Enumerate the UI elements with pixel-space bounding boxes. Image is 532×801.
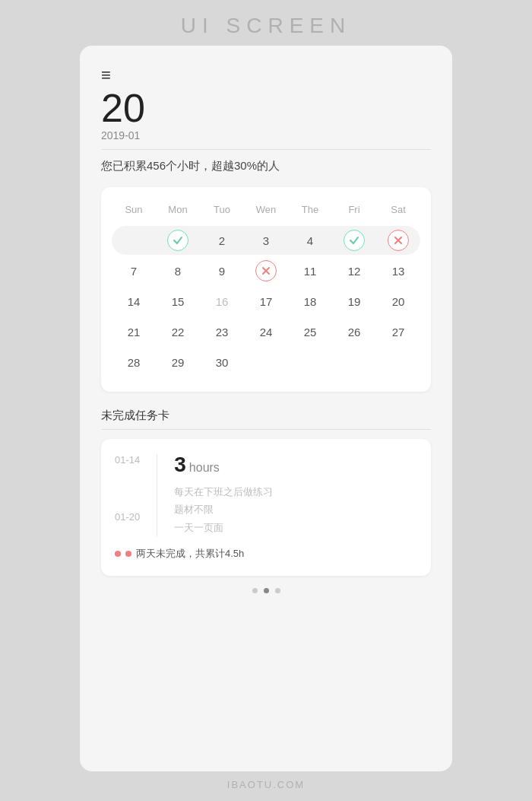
calendar: SunMonTuoWenTheFriSat 234789111213141516… — [101, 187, 431, 392]
task-timeline-line — [157, 454, 157, 536]
cal-cell[interactable]: 19 — [332, 287, 376, 316]
task-desc-line: 每天在下班之后做练习 — [174, 483, 417, 501]
cal-header-cell: Tuo — [200, 201, 244, 218]
cal-cell[interactable]: 24 — [244, 317, 288, 346]
cal-cell[interactable]: 2 — [200, 226, 244, 255]
cal-header-cell: Mon — [156, 201, 200, 218]
task-dates: 01-14 01-20 — [115, 454, 140, 523]
cal-cell[interactable]: 22 — [156, 317, 200, 346]
year-month: 2019-01 — [101, 129, 431, 141]
cal-cell[interactable]: 27 — [376, 317, 420, 346]
cal-week-row: 21222324252627 — [112, 317, 420, 346]
cal-cell[interactable]: 23 — [200, 317, 244, 346]
cal-cell[interactable] — [332, 348, 376, 377]
task-content: 3hours 每天在下班之后做练习题材不限一天一页面 — [174, 454, 417, 536]
task-description: 每天在下班之后做练习题材不限一天一页面 — [174, 483, 417, 536]
cal-cell[interactable]: 28 — [112, 348, 156, 377]
cal-cell[interactable] — [376, 226, 420, 255]
task-hours: 3hours — [174, 454, 417, 475]
task-desc-line: 题材不限 — [174, 501, 417, 518]
cal-cell[interactable] — [112, 226, 156, 255]
phone-card: ≡ 20 2019-01 您已积累456个小时，超越30%的人 SunMonTu… — [80, 46, 452, 771]
cal-week-row: 14151617181920 — [112, 287, 420, 316]
cal-header-cell: Sun — [112, 201, 156, 218]
cal-week-row: 282930 — [112, 348, 420, 377]
cal-cell[interactable]: 8 — [156, 256, 200, 285]
cal-cell[interactable]: 18 — [288, 287, 332, 316]
cal-cell[interactable]: 3 — [244, 226, 288, 255]
cal-cell[interactable] — [156, 226, 200, 255]
task-card: 01-14 01-20 3hours 每天在下班之后做练习题材不限一天一页面 两… — [101, 439, 431, 576]
dot-red-2 — [125, 551, 131, 557]
task-desc-line: 一天一页面 — [174, 519, 417, 536]
day-number: 20 — [101, 88, 431, 128]
cal-cell[interactable] — [288, 348, 332, 377]
pagination-dot[interactable] — [264, 588, 269, 593]
cal-cell[interactable]: 9 — [200, 256, 244, 285]
dot-red-1 — [115, 551, 121, 557]
cal-header-cell: Sat — [376, 201, 420, 218]
cal-cell[interactable]: 13 — [376, 256, 420, 285]
bottom-label: IBAOTU.COM — [227, 779, 305, 790]
header-divider — [101, 149, 431, 150]
menu-icon[interactable]: ≡ — [101, 67, 431, 84]
task-hours-number: 3 — [174, 453, 186, 476]
cal-cell[interactable]: 26 — [332, 317, 376, 346]
cal-header-cell: The — [288, 201, 332, 218]
cal-cell[interactable] — [376, 348, 420, 377]
task-date-start: 01-14 — [115, 454, 140, 466]
cal-cell[interactable]: 21 — [112, 317, 156, 346]
task-footer: 两天未完成，共累计4.5h — [115, 544, 417, 561]
pagination-dots — [101, 588, 431, 593]
cal-header-cell: Wen — [244, 201, 288, 218]
cal-cell[interactable] — [244, 256, 288, 285]
cal-cell[interactable]: 25 — [288, 317, 332, 346]
section-title: 未完成任务卡 — [101, 408, 431, 423]
cal-cell[interactable] — [244, 348, 288, 377]
task-footer-text: 两天未完成，共累计4.5h — [136, 547, 244, 561]
cal-cell[interactable]: 17 — [244, 287, 288, 316]
task-hours-unit: hours — [189, 461, 220, 474]
task-top: 01-14 01-20 3hours 每天在下班之后做练习题材不限一天一页面 — [115, 454, 417, 536]
cal-header-cell: Fri — [332, 201, 376, 218]
pagination-dot[interactable] — [275, 588, 280, 593]
cal-cell[interactable]: 14 — [112, 287, 156, 316]
calendar-header: SunMonTuoWenTheFriSat — [112, 201, 420, 218]
cal-cell[interactable]: 15 — [156, 287, 200, 316]
cal-cell[interactable] — [332, 226, 376, 255]
cal-cell[interactable]: 20 — [376, 287, 420, 316]
cal-cell[interactable]: 29 — [156, 348, 200, 377]
pagination-dot[interactable] — [252, 588, 258, 593]
cal-cell[interactable]: 7 — [112, 256, 156, 285]
task-date-end: 01-20 — [115, 511, 140, 523]
cal-week-row: 234 — [112, 226, 420, 255]
cal-week-row: 789111213 — [112, 256, 420, 285]
stats-text: 您已积累456个小时，超越30%的人 — [101, 159, 431, 173]
cal-cell[interactable]: 12 — [332, 256, 376, 285]
cal-cell[interactable]: 16 — [200, 287, 244, 316]
cal-cell[interactable]: 11 — [288, 256, 332, 285]
screen-title-label: UI SCREEN — [181, 14, 351, 38]
cal-cell[interactable]: 30 — [200, 348, 244, 377]
cal-cell[interactable]: 4 — [288, 226, 332, 255]
section-divider — [101, 429, 431, 430]
calendar-body: 2347891112131415161718192021222324252627… — [112, 226, 420, 377]
